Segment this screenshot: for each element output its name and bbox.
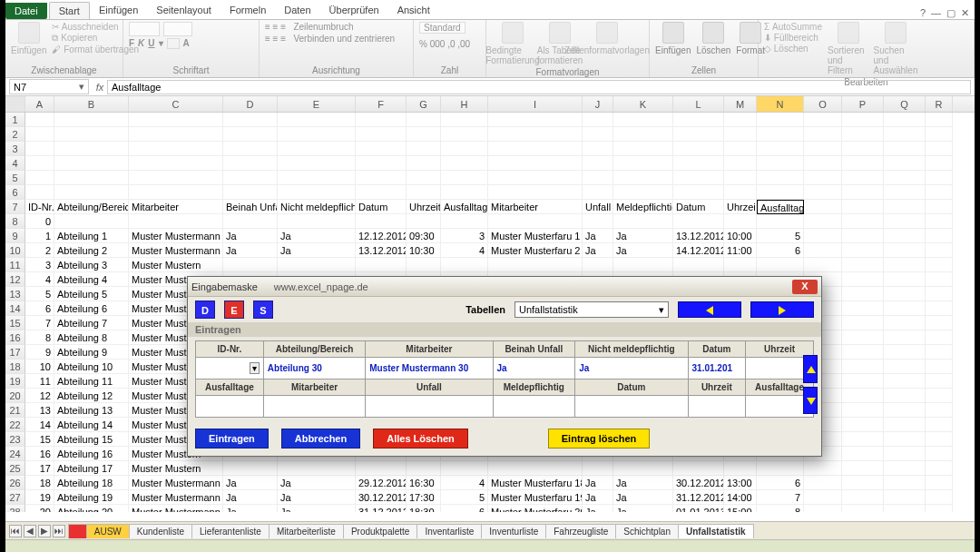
chevron-down-icon[interactable]: ▾ bbox=[79, 81, 84, 93]
clear-button[interactable]: ◇ Löschen bbox=[764, 44, 822, 54]
sheet-nav-first[interactable]: ⏮ bbox=[9, 525, 22, 537]
col-header-K[interactable]: K bbox=[613, 96, 673, 112]
tables-label: Tabellen bbox=[466, 304, 505, 315]
format-as-table-button[interactable]: Als Tabelle formatieren bbox=[539, 22, 581, 65]
col-header-B[interactable]: B bbox=[54, 96, 129, 112]
sheet-tab-Schichtplan[interactable]: Schichtplan bbox=[615, 524, 679, 538]
sheet-tab-Lieferantenliste[interactable]: Lieferantenliste bbox=[191, 524, 270, 538]
sheet-nav-next[interactable]: ▶ bbox=[38, 525, 51, 537]
col-header-R[interactable]: R bbox=[926, 96, 953, 112]
col-header-Q[interactable]: Q bbox=[884, 96, 926, 112]
conditional-format-button[interactable]: Bedingte Formatierung bbox=[492, 22, 534, 65]
sheet-tab-Inventurliste[interactable]: Inventurliste bbox=[481, 524, 546, 538]
window-buttons: ? — ▢ ✕ bbox=[920, 7, 975, 19]
col-header-I[interactable]: I bbox=[488, 96, 583, 112]
group-cells-label: Zellen bbox=[655, 64, 752, 75]
ribbon-tab-seitenlayout[interactable]: Seitenlayout bbox=[147, 2, 220, 19]
chevron-down-icon: ▾ bbox=[659, 304, 664, 316]
restore-icon[interactable]: ▢ bbox=[946, 7, 956, 19]
record-prev-button[interactable] bbox=[678, 301, 741, 318]
col-header-D[interactable]: D bbox=[223, 96, 278, 112]
group-align-label: Ausrichtung bbox=[265, 64, 407, 75]
col-header-F[interactable]: F bbox=[356, 96, 407, 112]
mode-d-button[interactable]: D bbox=[195, 301, 215, 319]
table-select[interactable]: Unfallstatistik▾ bbox=[514, 301, 669, 318]
dialog-source: www.excel_npage.de bbox=[274, 281, 368, 292]
delete-cells-button[interactable]: Löschen bbox=[696, 22, 730, 55]
cut-button[interactable]: ✂ Ausschneiden bbox=[52, 22, 139, 32]
ribbon-tab-daten[interactable]: Daten bbox=[275, 2, 319, 19]
group-styles-label: Formatvorlagen bbox=[492, 65, 643, 77]
col-header-C[interactable]: C bbox=[129, 96, 223, 112]
sheet-tab-AUSW[interactable]: AUSW bbox=[86, 524, 130, 538]
scroll-up-button[interactable] bbox=[803, 355, 818, 383]
col-header-G[interactable]: G bbox=[407, 96, 441, 112]
mode-s-button[interactable]: S bbox=[253, 301, 273, 319]
cell-styles-button[interactable]: Zellenformatvorlagen bbox=[586, 22, 628, 55]
ribbon-tab-ansicht[interactable]: Ansicht bbox=[388, 2, 439, 19]
ribbon-tab-einfügen[interactable]: Einfügen bbox=[90, 2, 147, 19]
input-mask-dialog: Eingabemaske www.excel_npage.de X D E S … bbox=[187, 276, 822, 457]
mode-e-button[interactable]: E bbox=[224, 301, 244, 319]
group-font-label: Schriftart bbox=[129, 64, 253, 75]
sheet-tab-Inventarliste[interactable]: Inventarliste bbox=[416, 524, 482, 538]
dialog-title: Eingabemaske bbox=[191, 281, 258, 292]
sheet-tab-Unfallstatistik[interactable]: Unfallstatistik bbox=[678, 524, 754, 538]
sheet-tab-Mitarbeiterliste[interactable]: Mitarbeiterliste bbox=[269, 524, 344, 538]
minimize-icon[interactable]: — bbox=[931, 7, 941, 19]
col-header-N[interactable]: N bbox=[757, 96, 804, 112]
close-icon[interactable]: ✕ bbox=[961, 7, 969, 19]
cancel-button[interactable]: Abbrechen bbox=[281, 429, 360, 448]
ribbon-tab-überprüfen[interactable]: Überprüfen bbox=[320, 2, 388, 19]
sheet-tab-hidden[interactable] bbox=[68, 524, 87, 538]
status-bar bbox=[5, 539, 975, 552]
sheet-tab-Kundenliste[interactable]: Kundenliste bbox=[129, 524, 192, 538]
sheet-nav-prev[interactable]: ◀ bbox=[24, 525, 36, 537]
formula-bar: N7▾ fx Ausfalltage bbox=[5, 78, 975, 96]
ribbon-tab-formeln[interactable]: Formeln bbox=[220, 2, 275, 19]
sheet-tab-Fahrzeugliste[interactable]: Fahrzeugliste bbox=[545, 524, 616, 538]
col-header-J[interactable]: J bbox=[583, 96, 613, 112]
help-icon[interactable]: ? bbox=[920, 7, 926, 19]
col-header-H[interactable]: H bbox=[441, 96, 488, 112]
formula-input[interactable]: Ausfalltage bbox=[107, 80, 971, 94]
col-header-L[interactable]: L bbox=[673, 96, 724, 112]
col-header-E[interactable]: E bbox=[278, 96, 356, 112]
format-painter-button[interactable]: 🖌 Format übertragen bbox=[52, 44, 139, 54]
autosum-button[interactable]: Σ AutoSumme bbox=[764, 22, 822, 32]
find-select-button[interactable]: Suchen und Auswählen bbox=[875, 22, 916, 75]
copy-button[interactable]: ⧉ Kopieren bbox=[52, 33, 139, 44]
col-header-P[interactable]: P bbox=[842, 96, 884, 112]
dialog-grid: ID-Nr.Abteilung/BereichMitarbeiterBeinah… bbox=[195, 340, 814, 418]
col-header-A[interactable]: A bbox=[25, 96, 54, 112]
sheet-nav-last[interactable]: ⏭ bbox=[53, 525, 65, 537]
dialog-section-label: Eintragen bbox=[188, 322, 821, 337]
col-header-O[interactable]: O bbox=[804, 96, 842, 112]
ribbon-tabs: Datei StartEinfügenSeitenlayoutFormelnDa… bbox=[5, 0, 975, 20]
fx-icon[interactable]: fx bbox=[93, 82, 107, 93]
fill-button[interactable]: ⬇ Füllbereich bbox=[764, 33, 822, 43]
column-headers[interactable]: ABCDEFGHIJKLMNOPQR bbox=[5, 96, 975, 113]
group-number-label: Zahl bbox=[419, 64, 480, 75]
delete-all-button[interactable]: Alles Löschen bbox=[373, 429, 468, 448]
delete-row-button[interactable]: Eintrag löschen bbox=[548, 429, 651, 448]
dialog-close-icon[interactable]: X bbox=[792, 280, 818, 294]
file-tab[interactable]: Datei bbox=[5, 3, 47, 19]
insert-cells-button[interactable]: Einfügen bbox=[655, 22, 691, 55]
name-box[interactable]: N7▾ bbox=[9, 79, 89, 94]
paste-button[interactable]: Einfügen bbox=[11, 22, 46, 55]
group-clipboard-label: Zwischenablage bbox=[11, 64, 117, 75]
ribbon-tab-start[interactable]: Start bbox=[49, 2, 90, 19]
sort-filter-button[interactable]: Sortieren und Filtern bbox=[828, 22, 869, 75]
scroll-down-button[interactable] bbox=[803, 387, 818, 415]
ribbon: Einfügen ✂ Ausschneiden ⧉ Kopieren 🖌 For… bbox=[5, 20, 975, 78]
sheet-tab-bar: ⏮ ◀ ▶ ⏭ AUSWKundenlisteLieferantenlisteM… bbox=[5, 521, 975, 539]
submit-button[interactable]: Eintragen bbox=[195, 429, 269, 448]
record-next-button[interactable] bbox=[750, 301, 814, 318]
sheet-tab-Produktpalette[interactable]: Produktpalette bbox=[343, 524, 418, 538]
col-header-M[interactable]: M bbox=[724, 96, 757, 112]
